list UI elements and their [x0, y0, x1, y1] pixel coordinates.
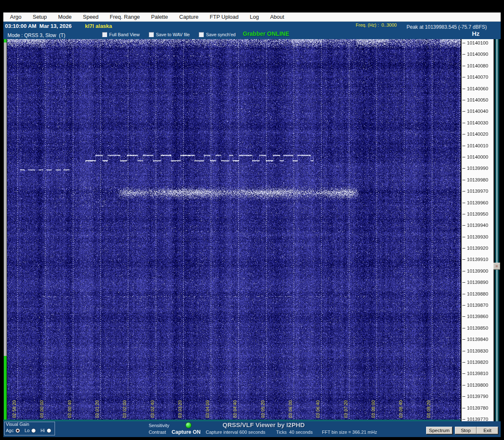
sensitivity-label: Sensitivity	[149, 423, 170, 428]
freq-axis-label: 10139940	[462, 223, 488, 228]
freq-axis-label: 10140040	[462, 109, 488, 114]
radio-label: Lo	[25, 428, 30, 433]
menu-item-log[interactable]: Log	[250, 14, 259, 20]
freq-axis-label: 10139890	[462, 280, 488, 285]
freq-axis-label: 10140100	[462, 40, 488, 45]
freq-axis-label: 10139950	[462, 211, 488, 216]
checkbox-full-band-view[interactable]: Full Band View	[102, 32, 140, 37]
freq-axis-label: 10140070	[462, 75, 488, 80]
button-exit[interactable]: Exit	[477, 427, 498, 434]
checkbox-save-synch-ed[interactable]: Save synch'ed	[199, 32, 235, 37]
waterfall-display[interactable]	[7, 39, 461, 420]
frequency-axis-panel: 1014010010140090101400801014007010140060…	[462, 39, 494, 423]
fft-bin-info: FFT bin size = 366.21 mHz	[322, 430, 377, 435]
frequency-scroll-thumb[interactable]	[493, 263, 500, 270]
checkbox-box-icon[interactable]	[102, 32, 107, 37]
menu-item-setup[interactable]: Setup	[32, 14, 47, 20]
freq-axis-label: 10139860	[462, 314, 488, 319]
radio-label: Hi	[40, 428, 45, 433]
freq-axis-label: 10139990	[462, 166, 488, 171]
freq-axis-label: 10140030	[462, 120, 488, 125]
frequency-scroll-track[interactable]	[494, 39, 499, 423]
menu-item-about[interactable]: About	[270, 14, 284, 20]
progress-cap	[4, 39, 7, 42]
freq-axis-label: 10140050	[462, 97, 488, 102]
freq-axis-label: 10139880	[462, 291, 488, 296]
radio-agc[interactable]: Agc	[6, 428, 20, 433]
menu-item-freq-range[interactable]: Freq. Range	[110, 14, 140, 20]
freq-axis-label: 10139790	[462, 394, 488, 399]
menu-item-ftp-upload[interactable]: FTP Upload	[210, 14, 239, 20]
checkbox-box-icon[interactable]	[199, 32, 204, 37]
freq-axis-label: 10139810	[462, 371, 488, 376]
action-buttons: SpectrumStopExit	[416, 427, 498, 434]
freq-axis-label: 10140060	[462, 86, 488, 91]
ticks-info: Ticks 40 seconds	[276, 430, 313, 435]
mode-readout: Mode : QRSS 3, Slow (T)	[7, 32, 65, 38]
radio-button-icon[interactable]	[31, 428, 36, 433]
freq-axis-label: 10139820	[462, 360, 488, 365]
button-stop[interactable]: Stop	[455, 427, 477, 434]
freq-axis-label: 10139900	[462, 268, 488, 273]
freq-axis-label: 10139840	[462, 337, 488, 342]
freq-axis-label: 10139870	[462, 303, 488, 308]
freq-axis-label: 10139970	[462, 189, 488, 194]
freq-range-readout: Freq. (Hz) : 0..3000	[356, 22, 397, 27]
freq-axis-label: 10140000	[462, 154, 488, 159]
capture-state: Capture ON	[172, 429, 200, 435]
checkbox-label: Full Band View	[109, 32, 140, 37]
checkbox-box-icon[interactable]	[149, 32, 154, 37]
peak-readout: Peak at 10139983.545 (-75.7 dBFS)	[407, 24, 487, 30]
freq-axis-label: 10139800	[462, 383, 488, 388]
app-title: QRSS/VLF Viewer by I2PHD	[214, 421, 314, 428]
menu-item-argo[interactable]: Argo	[10, 14, 21, 20]
freq-axis-label: 10139780	[462, 405, 488, 410]
radio-button-icon[interactable]	[15, 428, 20, 433]
axis-unit-label: Hz	[472, 30, 479, 37]
contrast-label: Contrast	[149, 430, 166, 435]
visual-gain-label: Visual Gain	[6, 422, 29, 427]
station-callsign: kl7l alaska	[85, 23, 112, 29]
freq-axis-label: 10139910	[462, 257, 488, 262]
freq-axis-label: 10139930	[462, 234, 488, 239]
freq-axis-label: 10139830	[462, 348, 488, 353]
button-spectrum[interactable]: Spectrum	[426, 427, 452, 434]
radio-lo[interactable]: Lo	[25, 428, 36, 433]
freq-axis-label: 10139960	[462, 200, 488, 205]
datetime-display: 03:10:00 AM Mar 13, 2026	[5, 23, 72, 29]
gain-radio-group: Agc Lo Hi	[6, 428, 51, 433]
capture-progress-bar	[4, 39, 7, 420]
grabber-status: Grabber ONLINE	[243, 30, 289, 37]
radio-button-icon[interactable]	[47, 428, 51, 433]
checkbox-row: Full Band View Save to WAV file Save syn…	[102, 32, 236, 37]
radio-hi[interactable]: Hi	[40, 428, 51, 433]
menu-item-mode[interactable]: Mode	[58, 14, 72, 20]
radio-label: Agc	[6, 428, 14, 433]
freq-axis-label: 10140090	[462, 52, 488, 57]
checkbox-save-to-wav-file[interactable]: Save to WAV file	[149, 32, 190, 37]
menu-item-speed[interactable]: Speed	[83, 14, 99, 20]
freq-axis-label: 10139920	[462, 246, 488, 251]
status-bar: Visual Gain Agc Lo Hi	[3, 421, 501, 437]
menu-item-capture[interactable]: Capture	[179, 14, 198, 20]
capture-led-icon	[185, 422, 192, 428]
freq-axis-label: 10140080	[462, 63, 488, 68]
progress-track	[4, 42, 7, 356]
menu-bar: ArgoSetupModeSpeedFreq. RangePaletteCapt…	[3, 12, 501, 22]
capture-interval-info: Capture interval 600 seconds	[206, 430, 265, 435]
checkbox-label: Save to WAV file	[156, 32, 190, 37]
freq-axis-label: 10139980	[462, 177, 488, 182]
freq-axis-label: 10139850	[462, 326, 488, 331]
progress-fill	[4, 356, 7, 420]
header-bar: 03:10:00 AM Mar 13, 2026 kl7l alaska Fre…	[3, 22, 501, 39]
freq-axis-label: 10140010	[462, 143, 488, 148]
menu-item-palette[interactable]: Palette	[151, 14, 168, 20]
checkbox-label: Save synch'ed	[206, 32, 235, 37]
argo-window: ArgoSetupModeSpeedFreq. RangePaletteCapt…	[0, 0, 504, 440]
gain-sliders: 40/100 40/100	[60, 423, 144, 440]
freq-axis-label: 10140020	[462, 132, 488, 137]
